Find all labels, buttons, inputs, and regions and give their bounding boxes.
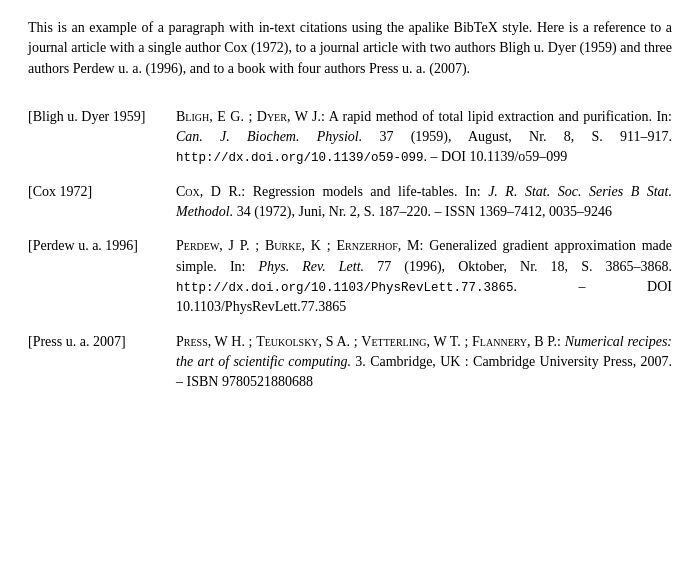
ref-content: Press, W H. ; Teukolsky, S A. ; Vetterli… — [176, 332, 672, 393]
ref-key: [Press u. a. 2007] — [28, 332, 176, 352]
ref-entry: [Perdew u. a. 1996] Perdew, J P. ; Burke… — [28, 236, 672, 317]
ref-key: [Cox 1972] — [28, 182, 176, 202]
ref-content: Cox, D R.: Regression models and life-ta… — [176, 182, 672, 223]
intro-paragraph: This is an example of a paragraph with i… — [28, 18, 672, 79]
ref-key: [Perdew u. a. 1996] — [28, 236, 176, 256]
references-section: [Bligh u. Dyer 1959] Bligh, E G. ; Dyer,… — [28, 107, 672, 393]
ref-content: Bligh, E G. ; Dyer, W J.: A rapid method… — [176, 107, 672, 168]
ref-content: Perdew, J P. ; Burke, K ; Ernzerhof, M: … — [176, 236, 672, 317]
paragraph-text: This is an example of a paragraph with i… — [28, 20, 672, 76]
ref-entry: [Bligh u. Dyer 1959] Bligh, E G. ; Dyer,… — [28, 107, 672, 168]
ref-key: [Bligh u. Dyer 1959] — [28, 107, 176, 127]
ref-entry: [Press u. a. 2007] Press, W H. ; Teukols… — [28, 332, 672, 393]
ref-entry: [Cox 1972] Cox, D R.: Regression models … — [28, 182, 672, 223]
